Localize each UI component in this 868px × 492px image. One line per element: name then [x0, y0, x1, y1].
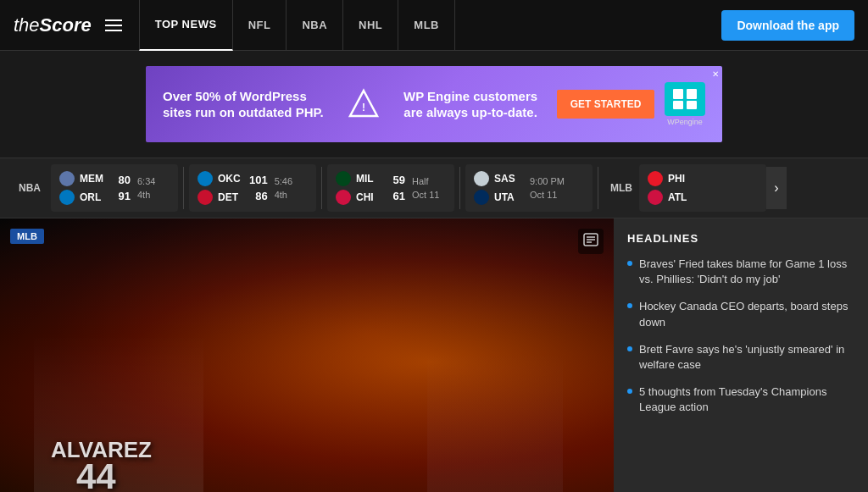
game-card-sas-uta[interactable]: SAS UTA 9:00 PM Oct 11 [465, 164, 593, 212]
divider [459, 167, 460, 209]
divider [183, 167, 184, 209]
game2-status2: 4th [275, 190, 292, 200]
divider [598, 167, 598, 209]
ad-left-text: Over 50% of WordPress sites run on outda… [163, 88, 332, 121]
uta-icon [474, 190, 489, 205]
orl-score: 91 [110, 190, 131, 202]
headline-dot-2 [627, 303, 632, 308]
headline-item-4[interactable]: 5 thoughts from Tuesday's Champions Leag… [627, 384, 854, 415]
svg-rect-2 [673, 89, 683, 99]
sas-icon [474, 171, 489, 186]
ad-close-icon[interactable]: ✕ [712, 69, 719, 79]
nav-item-nfl[interactable]: NFL [233, 0, 287, 51]
logo[interactable]: theScore [14, 14, 92, 36]
download-app-button[interactable]: Download the app [721, 10, 854, 41]
nav-item-top-news[interactable]: TOP NEWS [139, 0, 233, 51]
svg-rect-3 [687, 89, 697, 99]
svg-rect-4 [673, 101, 683, 109]
main-content: ALVAREZ 44 MLB HEADLINES Braves' Fried t… [0, 218, 868, 492]
headline-dot-4 [627, 389, 632, 394]
headlines-panel: HEADLINES Braves' Fried takes blame for … [614, 218, 868, 492]
game2-status1: 5:46 [275, 176, 292, 186]
phi-icon [648, 171, 663, 186]
uta-abbr: UTA [494, 191, 516, 203]
wp-engine-logo: WPengine [665, 82, 705, 126]
chi-abbr: CHI [356, 191, 378, 203]
scores-bar: NBA MEM ORL 80 91 6:34 4th [0, 158, 868, 218]
article-icon [578, 229, 604, 254]
scores-next-button[interactable]: › [766, 167, 787, 209]
mlb-label: MLB [604, 182, 639, 194]
ad-right-text: WP Engine customers are always up-to-dat… [394, 88, 547, 121]
main-nav: TOP NEWS NFL NBA NHL MLB [139, 0, 722, 51]
mem-abbr: MEM [80, 173, 103, 185]
ad-cta-button[interactable]: GET STARTED [557, 90, 655, 119]
orl-abbr: ORL [80, 191, 102, 203]
mil-icon [336, 171, 351, 186]
hamburger-line [105, 19, 122, 21]
logo-score: Score [40, 14, 92, 36]
featured-image[interactable]: ALVAREZ 44 MLB [0, 218, 614, 492]
game4-status1: 9:00 PM [530, 176, 565, 186]
game3-status1: Half [412, 176, 439, 186]
mem-score: 80 [110, 174, 131, 186]
baseball-scene-bg: ALVAREZ 44 [0, 218, 614, 492]
det-score: 86 [248, 190, 268, 202]
logo-the: the [14, 14, 40, 36]
okc-score: 101 [248, 174, 268, 186]
headlines-title: HEADLINES [627, 232, 854, 245]
hamburger-line [105, 25, 122, 26]
game1-status1: 6:34 [137, 176, 155, 186]
ad-triangle-icon: ! [342, 83, 385, 125]
headline-text-3: Brett Favre says he's 'unjustly smeared'… [639, 342, 854, 373]
game3-status2: Oct 11 [412, 190, 439, 200]
phi-abbr: PHI [668, 173, 690, 185]
game4-status2: Oct 11 [530, 190, 565, 200]
headline-dot-3 [627, 346, 632, 351]
chi-score: 61 [385, 190, 405, 202]
divider [321, 167, 322, 209]
nba-label: NBA [8, 182, 51, 194]
headline-text-1: Braves' Fried takes blame for Game 1 los… [639, 257, 854, 287]
svg-rect-5 [687, 101, 697, 109]
headline-item-2[interactable]: Hockey Canada CEO departs, board steps d… [627, 299, 854, 329]
game-card-mem-orl[interactable]: MEM ORL 80 91 6:34 4th [51, 164, 178, 212]
orl-icon [59, 190, 75, 205]
headline-dot-1 [627, 261, 632, 266]
nav-item-nhl[interactable]: NHL [343, 0, 398, 51]
game-card-okc-det[interactable]: OKC DET 101 86 5:46 4th [189, 164, 316, 212]
chi-icon [336, 190, 351, 205]
wp-logo-box-icon [665, 82, 705, 116]
mil-abbr: MIL [356, 173, 378, 185]
nav-item-nba[interactable]: NBA [287, 0, 343, 51]
jersey-number: 44 [76, 456, 116, 492]
headline-text-2: Hockey Canada CEO departs, board steps d… [639, 299, 854, 329]
okc-abbr: OKC [218, 173, 241, 185]
svg-text:!: ! [362, 102, 365, 113]
hamburger-line [105, 30, 122, 31]
header: theScore TOP NEWS NFL NBA NHL MLB Downlo… [0, 0, 868, 51]
nav-item-mlb[interactable]: MLB [398, 0, 455, 51]
headline-text-4: 5 thoughts from Tuesday's Champions Leag… [639, 384, 854, 415]
okc-icon [198, 171, 213, 186]
game1-status2: 4th [137, 190, 155, 200]
ad-sponsor-name: WPengine [667, 118, 703, 126]
ad-banner: ✕ Over 50% of WordPress sites run on out… [146, 66, 722, 142]
headline-item-3[interactable]: Brett Favre says he's 'unjustly smeared'… [627, 342, 854, 373]
det-abbr: DET [218, 191, 240, 203]
mil-score: 59 [385, 174, 405, 186]
headline-item-1[interactable]: Braves' Fried takes blame for Game 1 los… [627, 257, 854, 287]
atl-abbr: ATL [668, 191, 690, 203]
sas-abbr: SAS [494, 173, 516, 185]
game-card-mil-chi[interactable]: MIL CHI 59 61 Half Oct 11 [327, 164, 454, 212]
atl-icon [648, 190, 663, 205]
game-card-phi-atl[interactable]: PHI ATL [639, 164, 766, 212]
mem-icon [59, 171, 75, 186]
det-icon [198, 190, 213, 205]
featured-mlb-badge: MLB [10, 229, 44, 244]
hamburger-menu[interactable] [105, 19, 122, 31]
